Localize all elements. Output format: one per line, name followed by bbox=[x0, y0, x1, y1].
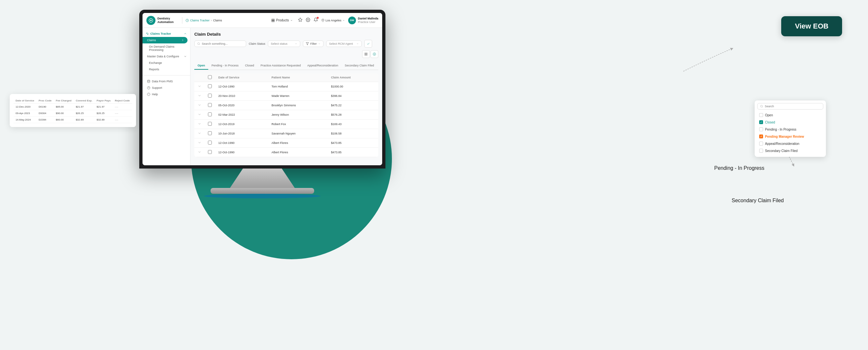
cell-date-4: 12-Oct-2019 bbox=[215, 120, 268, 129]
sidebar-item-reports[interactable]: Reports bbox=[143, 66, 190, 72]
sidebar-section-claims-tracker[interactable]: Claims Tracker bbox=[143, 30, 190, 37]
filters-row: Claim Status Select status Filter bbox=[194, 40, 378, 58]
row-expand-5[interactable] bbox=[194, 129, 205, 138]
row-expand-1[interactable] bbox=[194, 91, 205, 101]
svg-rect-21 bbox=[366, 53, 367, 54]
row-checkbox-4[interactable] bbox=[208, 122, 212, 126]
dropdown-search-box[interactable] bbox=[757, 103, 823, 110]
dropdown-item-closed[interactable]: ✓Closed bbox=[757, 119, 823, 126]
col-covered-exp: Covered Exp. bbox=[74, 98, 95, 104]
favorites-icon[interactable] bbox=[298, 18, 303, 23]
notifications-icon[interactable] bbox=[313, 18, 318, 23]
breadcrumb-item-1[interactable]: Claims Tracker bbox=[190, 19, 210, 22]
cell-patient-5: Savannah Nguyen bbox=[268, 129, 328, 138]
table-row: 12-Oct-1990 Tom Holland $1000.00 bbox=[194, 82, 378, 91]
tab-pending---in-process[interactable]: Pending - In Process bbox=[208, 62, 242, 70]
monitor-base-shadow bbox=[204, 194, 321, 198]
location-area[interactable]: Los Angeles bbox=[321, 19, 345, 22]
dropdown-search-input[interactable] bbox=[765, 105, 820, 108]
assign-rcm-select[interactable]: Select RCM Agent bbox=[326, 40, 362, 47]
dropdown-item-appeal/reconsideration[interactable]: Appeal/Reconsideration bbox=[757, 140, 823, 147]
row-expand-7[interactable] bbox=[194, 148, 205, 157]
nav-right: Products bbox=[270, 17, 378, 24]
sidebar-item-on-demand[interactable]: On Demand Claims Processing bbox=[143, 43, 190, 53]
tab-open[interactable]: Open bbox=[194, 62, 208, 70]
sidebar-item-master-data[interactable]: Master Data & Configure bbox=[143, 53, 190, 60]
tabs-row: OpenPending - In ProcessClosedPractice A… bbox=[194, 62, 378, 70]
row-checkbox-1[interactable] bbox=[208, 94, 212, 97]
sidebar-item-support[interactable]: Support bbox=[143, 85, 190, 91]
row-checkbox-2[interactable] bbox=[208, 103, 212, 107]
row-expand-6[interactable] bbox=[194, 138, 205, 148]
pending-in-progress-label: Pending - In Progress bbox=[714, 165, 764, 171]
tab-secondary-claim-filed[interactable]: Secondary Claim Filed bbox=[341, 62, 377, 70]
small-table-row: 14-May-2024 D2394 $60.00 $32.89 $32.89 -… bbox=[13, 117, 132, 123]
table-row: 10-Jun-2018 Savannah Nguyen $106.58 bbox=[194, 129, 378, 138]
row-checkbox-7[interactable] bbox=[208, 150, 212, 154]
app-body: Claims Tracker Claims On D bbox=[143, 28, 382, 165]
dropdown-item-pending-manager-review[interactable]: ✓Pending Manager Review bbox=[757, 133, 823, 140]
sidebar-item-exchange[interactable]: Exchange bbox=[143, 60, 190, 66]
svg-line-18 bbox=[199, 45, 200, 45]
row-expand-2[interactable] bbox=[194, 101, 205, 110]
cell-amount-3: $576.28 bbox=[328, 110, 378, 120]
sidebar-item-claims[interactable]: Claims bbox=[143, 37, 188, 43]
claim-status-select[interactable]: Select status bbox=[268, 40, 300, 47]
cell-patient-0: Tom Holland bbox=[268, 82, 328, 91]
sidebar-bottom: Data From PMS Support bbox=[143, 75, 190, 100]
tab-pending-sdb[interactable]: Pending SDB bbox=[377, 62, 378, 70]
cell-patient-2: Brooklyn Simmons bbox=[268, 101, 328, 110]
app-window: Dentistry Automation Claims Tracker › Cl… bbox=[143, 13, 382, 165]
table-row: 12-Oct-1990 Albert Flores $473.85 bbox=[194, 138, 378, 148]
dropdown-item-open[interactable]: Open bbox=[757, 112, 823, 119]
dropdown-item-secondary-claim-filed[interactable]: Secondary Claim Filed bbox=[757, 147, 823, 154]
logo-text: Dentistry Automation bbox=[157, 17, 174, 24]
search-input[interactable] bbox=[202, 42, 243, 46]
grid-view-button[interactable] bbox=[362, 50, 370, 58]
tab-practice-assistance-requested[interactable]: Practice Assistance Requested bbox=[257, 62, 304, 70]
row-checkbox-3[interactable] bbox=[208, 113, 212, 116]
settings-icon[interactable] bbox=[306, 18, 310, 23]
claim-status-label: Claim Status bbox=[249, 42, 265, 46]
row-expand-3[interactable] bbox=[194, 110, 205, 120]
tab-closed[interactable]: Closed bbox=[242, 62, 257, 70]
row-expand-4[interactable] bbox=[194, 120, 205, 129]
cell-amount-4: $169.43 bbox=[328, 120, 378, 129]
cell-date-2: 05-Oct-2020 bbox=[215, 101, 268, 110]
view-eob-button[interactable]: View EOB bbox=[781, 16, 842, 36]
col-patient: Patient Name bbox=[268, 73, 328, 82]
svg-rect-4 bbox=[272, 19, 273, 20]
monitor-base bbox=[211, 188, 314, 194]
svg-rect-7 bbox=[273, 21, 275, 22]
list-view-button[interactable] bbox=[371, 50, 378, 58]
svg-point-10 bbox=[322, 20, 323, 21]
cell-amount-7: $473.85 bbox=[328, 148, 378, 157]
row-checkbox-5[interactable] bbox=[208, 131, 212, 135]
dropdown-item-pending---in-progress[interactable]: Pending - In Progress bbox=[757, 126, 823, 133]
row-checkbox-6[interactable] bbox=[208, 141, 212, 145]
col-date-service: Date of Service bbox=[13, 98, 37, 104]
breadcrumb-item-2: Claims bbox=[213, 19, 222, 22]
cell-patient-1: Wade Warren bbox=[268, 91, 328, 101]
row-checkbox-0[interactable] bbox=[208, 84, 212, 88]
products-button[interactable]: Products bbox=[270, 18, 294, 23]
cell-date-7: 12-Oct-1990 bbox=[215, 148, 268, 157]
cell-patient-4: Robert Fox bbox=[268, 120, 328, 129]
sidebar-item-help[interactable]: Help bbox=[143, 91, 190, 97]
tab-appeal/reconsideration[interactable]: Appeal/Reconsideration bbox=[304, 62, 342, 70]
cell-date-5: 10-Jun-2018 bbox=[215, 129, 268, 138]
confirm-button[interactable] bbox=[364, 40, 372, 48]
small-table-row: 12-Dec-2020 D0190 $85.00 $21.97 $21.97 -… bbox=[13, 104, 132, 110]
svg-marker-19 bbox=[306, 42, 309, 45]
select-all-checkbox[interactable] bbox=[208, 75, 212, 79]
table-row: 12-Oct-1990 Albert Flores $473.85 bbox=[194, 148, 378, 157]
svg-rect-20 bbox=[365, 53, 366, 54]
row-expand-0[interactable] bbox=[194, 82, 205, 91]
cell-date-0: 12-Oct-1990 bbox=[215, 82, 268, 91]
sidebar-item-data-from-pms[interactable]: Data From PMS bbox=[143, 78, 190, 85]
col-amount: Claim Amount bbox=[328, 73, 378, 82]
page-title: Claim Details bbox=[194, 32, 378, 37]
cell-amount-6: $473.85 bbox=[328, 138, 378, 148]
filter-button[interactable]: Filter bbox=[303, 40, 323, 47]
search-box[interactable] bbox=[194, 40, 246, 47]
